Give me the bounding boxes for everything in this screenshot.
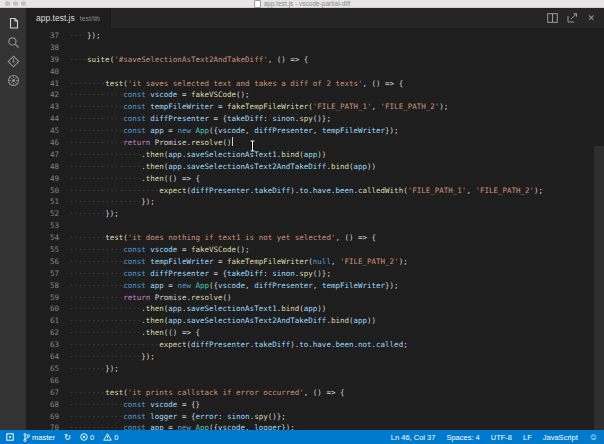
code-line[interactable]: 67········test('it prints callstack if e… [26, 387, 604, 399]
whitespace-dots: ············ [69, 245, 123, 254]
language-mode-status[interactable]: JavaScript [543, 433, 578, 442]
code-editor[interactable]: 37····});3839····suite('#saveSelectionAs… [26, 28, 604, 430]
code-line[interactable]: 55············const vscode = fakeVSCode(… [26, 244, 604, 256]
whitespace-dots: ············ [69, 293, 123, 302]
code-line[interactable]: 51················}); [26, 196, 604, 208]
code-line[interactable]: 54········test('it does nothing if text1… [26, 232, 604, 244]
code-line[interactable]: 65········}); [26, 363, 604, 375]
line-number: 68 [26, 399, 69, 411]
tab-title: app.test.js [36, 13, 75, 23]
errors-status[interactable]: 0 [80, 433, 94, 442]
vscode-window: app.test.js - vscode-partial-diff [0, 0, 604, 444]
tab-description: test/lib [80, 15, 100, 22]
whitespace-dots: ············ [69, 412, 123, 421]
code-line[interactable]: 53 [26, 220, 604, 232]
line-number: 40 [26, 66, 69, 78]
sidebar-item-explorer[interactable] [4, 17, 22, 30]
code-line[interactable]: 60················.then(app.saveSelectio… [26, 303, 604, 315]
line-number: 67 [26, 387, 69, 399]
whitespace-dots: ········ [69, 79, 105, 88]
whitespace-dots: ············ [69, 400, 123, 409]
line-number: 57 [26, 268, 69, 280]
status-box-icon [6, 433, 14, 441]
whitespace-dots: ················ [69, 328, 141, 337]
code-line[interactable]: 56············const tempFileWriter = fak… [26, 256, 604, 268]
code-line[interactable]: 42············const vscode = fakeVSCode(… [26, 89, 604, 101]
code-line[interactable]: 63····················expect(diffPresent… [26, 339, 604, 351]
whitespace-dots: ············ [69, 90, 123, 99]
code-line[interactable]: 52········}); [26, 208, 604, 220]
code-line[interactable]: 45············const app = new App({vscod… [26, 125, 604, 137]
debug-icon [7, 74, 20, 87]
line-number: 52 [26, 208, 69, 220]
code-line[interactable]: 44············const diffPresenter = {tak… [26, 113, 604, 125]
code-line[interactable]: 37····}); [26, 30, 604, 42]
close-editor-button[interactable]: ✕ [587, 14, 595, 23]
whitespace-dots: ················ [69, 316, 141, 325]
titlebar: app.test.js - vscode-partial-diff [0, 0, 604, 8]
line-number: 45 [26, 125, 69, 137]
code-line[interactable]: 43············const tempFileWriter = fak… [26, 101, 604, 113]
line-number: 44 [26, 113, 69, 125]
whitespace-dots: ················ [69, 174, 141, 183]
code-line[interactable]: 38 [26, 42, 604, 54]
line-number: 63 [26, 339, 69, 351]
line-number: 65 [26, 363, 69, 375]
sync-button[interactable]: ↻ [64, 433, 71, 441]
split-editor-button[interactable] [547, 13, 558, 23]
code-line[interactable]: 70············const app = new App({vscod… [26, 422, 604, 430]
code-line[interactable]: 69············const logger = {error: sin… [26, 411, 604, 423]
feedback-smiley-button[interactable]: ☺ [589, 433, 598, 442]
cursor-position-status[interactable]: Ln 46, Col 37 [391, 433, 436, 442]
zoom-window-button[interactable] [21, 1, 26, 6]
code-line[interactable]: 61················.then(app.saveSelectio… [26, 315, 604, 327]
open-changes-button[interactable] [567, 13, 578, 23]
code-line[interactable]: 50····················expect(diffPresent… [26, 185, 604, 197]
code-line[interactable]: 62················.then(() => { [26, 327, 604, 339]
tab-app-test-js[interactable]: app.test.js test/lib [26, 8, 111, 28]
code-line[interactable]: 41········test('it saves selected text a… [26, 78, 604, 90]
editor-scrollbar[interactable] [594, 146, 604, 430]
warnings-status[interactable]: 0 [103, 433, 118, 442]
minimize-window-button[interactable] [13, 1, 18, 6]
whitespace-dots: ················ [69, 352, 141, 361]
line-number: 37 [26, 30, 69, 42]
code-line[interactable]: 64················}); [26, 351, 604, 363]
code-line[interactable]: 47················.then(app.saveSelectio… [26, 149, 604, 161]
whitespace-dots: ················ [69, 304, 141, 313]
sidebar-item-debug[interactable] [4, 74, 22, 87]
whitespace-dots: ················ [69, 150, 141, 159]
line-number: 46 [26, 137, 69, 149]
encoding-status[interactable]: UTF-8 [491, 433, 512, 442]
code-line[interactable]: 46············return Promise.resolve() [26, 137, 604, 149]
whitespace-dots: ········ [69, 388, 105, 397]
sync-icon: ↻ [64, 433, 71, 441]
code-line[interactable]: 57············const diffPresenter = {tak… [26, 268, 604, 280]
code-line[interactable]: 68············const vscode = {} [26, 399, 604, 411]
code-line[interactable]: 40 [26, 66, 604, 78]
text-caret [232, 137, 233, 146]
sidebar-item-source-control[interactable] [4, 55, 22, 68]
close-window-button[interactable] [5, 1, 10, 6]
code-line[interactable]: 39····suite('#saveSelectionAsText2AndTak… [26, 54, 604, 66]
git-branch-status[interactable]: master [23, 433, 55, 442]
code-line[interactable]: 48················.then(app.saveSelectio… [26, 161, 604, 173]
sidebar-item-search[interactable] [4, 36, 22, 49]
status-bar: master ↻ 0 0 Ln 46, [0, 430, 604, 444]
line-number: 70 [26, 422, 69, 430]
whitespace-dots: ···· [69, 55, 87, 64]
code-line[interactable]: 49················.then(() => { [26, 173, 604, 185]
code-line[interactable]: 58············const app = new App({vscod… [26, 280, 604, 292]
status-box-button[interactable] [6, 433, 14, 441]
whitespace-dots: ········ [69, 233, 105, 242]
indentation-status[interactable]: Spaces: 4 [446, 433, 479, 442]
explorer-icon [7, 17, 20, 30]
code-line[interactable]: 66 [26, 375, 604, 387]
whitespace-dots: ············ [69, 269, 123, 278]
whitespace-dots: ············ [69, 114, 123, 123]
branch-name: master [32, 433, 55, 442]
eol-status[interactable]: LF [523, 433, 532, 442]
line-number: 64 [26, 351, 69, 363]
code-line[interactable]: 59············return Promise.resolve() [26, 292, 604, 304]
line-number: 49 [26, 173, 69, 185]
